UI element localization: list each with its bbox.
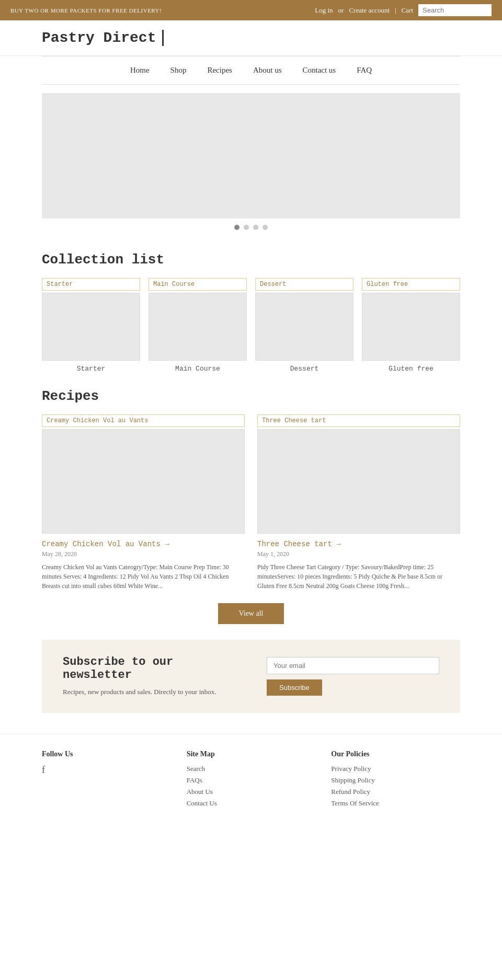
footer-policies: Our Policies Privacy Policy Shipping Pol… [331,750,460,811]
recipes-grid: Creamy Chicken Vol au Vants Creamy Chick… [42,414,460,591]
recipe-link-tart[interactable]: Three Cheese tart → [257,540,460,548]
top-bar-actions: Log in or Create account | Cart [315,4,492,16]
collection-grid: Starter Main Course Dessert Gluten free [42,293,460,373]
or-text: or [338,6,344,15]
nav-contact[interactable]: Contact us [302,66,336,75]
footer-follow: Follow Us f [42,750,171,811]
view-all-container: View all [42,603,460,624]
recipe-thumb-label-chicken[interactable]: Creamy Chicken Vol au Vants [42,414,245,427]
newsletter-form: Subscribe [267,657,439,696]
footer-link-search[interactable]: Search [187,765,316,773]
newsletter-subscribe-button[interactable]: Subscribe [267,679,322,696]
nav-home[interactable]: Home [130,66,150,75]
collection-item-label-gluten: Gluten free [362,365,460,373]
cart-link[interactable]: Cart [402,6,413,15]
separator: | [395,6,396,15]
newsletter-description: Recipes, new products and sales. Directl… [63,687,235,697]
collection-thumb-gluten [362,293,460,361]
search-input[interactable] [418,4,492,16]
collection-thumb-starter [42,293,140,361]
promo-text: BUY TWO OR MORE PACKETS FOR FREE DELIVER… [10,7,162,14]
recipe-item-tart: Three Cheese tart Three Cheese tart → Ma… [257,414,460,591]
main-nav: Home Shop Recipes About us Contact us FA… [42,56,460,85]
footer: Follow Us f Site Map Search FAQs About U… [0,734,502,826]
footer-link-contact[interactable]: Contact Us [187,799,316,808]
collection-item-label-starter: Starter [42,365,140,373]
header: Pastry Direct [0,20,502,56]
collection-labels-row: Starter Main Course Dessert Gluten free [42,278,460,291]
collection-item-label-main: Main Course [149,365,247,373]
newsletter-title: Subscribe to our newsletter [63,655,235,682]
collection-label-starter[interactable]: Starter [42,278,140,291]
collection-item-main[interactable]: Main Course [149,293,247,373]
recipe-excerpt-chicken: Creamy Chicken Vol au Vants Cateogry/Typ… [42,562,245,591]
footer-link-refund[interactable]: Refund Policy [331,788,460,796]
collection-item-dessert[interactable]: Dessert [255,293,353,373]
footer-link-faqs[interactable]: FAQs [187,776,316,785]
footer-link-about[interactable]: About Us [187,788,316,796]
login-link[interactable]: Log in [315,6,333,15]
collection-item-label-dessert: Dessert [255,365,353,373]
footer-link-terms[interactable]: Terms Of Service [331,799,460,808]
nav-shop[interactable]: Shop [170,66,187,75]
collection-label-main[interactable]: Main Course [149,278,247,291]
newsletter-email-input[interactable] [267,657,439,674]
collection-item-starter[interactable]: Starter [42,293,140,373]
top-bar: BUY TWO OR MORE PACKETS FOR FREE DELIVER… [0,0,502,20]
collection-section: Collection list Starter Main Course Dess… [42,252,460,373]
collection-thumb-main [149,293,247,361]
view-all-button[interactable]: View all [218,603,284,624]
collection-label-dessert[interactable]: Dessert [255,278,353,291]
hero-dot-4[interactable] [263,225,268,230]
recipe-item-chicken: Creamy Chicken Vol au Vants Creamy Chick… [42,414,245,591]
nav-about[interactable]: About us [253,66,282,75]
hero-image [42,93,460,218]
footer-link-shipping[interactable]: Shipping Policy [331,776,460,785]
nav-faq[interactable]: FAQ [357,66,372,75]
nav-recipes[interactable]: Recipes [207,66,232,75]
collection-item-gluten[interactable]: Gluten free [362,293,460,373]
recipes-title: Recipes [42,388,460,404]
newsletter-section: Subscribe to our newsletter Recipes, new… [42,640,460,713]
recipes-section: Recipes Creamy Chicken Vol au Vants Crea… [42,388,460,624]
collection-thumb-dessert [255,293,353,361]
newsletter-text: Subscribe to our newsletter Recipes, new… [63,655,235,697]
collection-label-gluten[interactable]: Gluten free [362,278,460,291]
hero-dots [42,218,460,236]
hero-dot-3[interactable] [253,225,258,230]
recipe-excerpt-tart: Pidy Three Cheese Tart Category / Type: … [257,562,460,591]
hero-dot-2[interactable] [244,225,249,230]
footer-link-privacy[interactable]: Privacy Policy [331,765,460,773]
create-account-link[interactable]: Create account [349,6,390,15]
recipe-date-chicken: May 28, 2020 [42,550,245,558]
hero-dot-1[interactable] [234,225,239,230]
hero-section [42,93,460,236]
footer-follow-title: Follow Us [42,750,171,758]
recipe-date-tart: May 1, 2020 [257,550,460,558]
facebook-icon[interactable]: f [42,765,171,776]
recipe-image-tart [257,429,460,534]
footer-sitemap: Site Map Search FAQs About Us Contact Us [187,750,316,811]
footer-policies-title: Our Policies [331,750,460,758]
footer-sitemap-title: Site Map [187,750,316,758]
recipe-image-chicken [42,429,245,534]
collection-title: Collection list [42,252,460,268]
site-title[interactable]: Pastry Direct [42,30,164,46]
recipe-link-chicken[interactable]: Creamy Chicken Vol au Vants → [42,540,245,548]
recipe-thumb-label-tart[interactable]: Three Cheese tart [257,414,460,427]
